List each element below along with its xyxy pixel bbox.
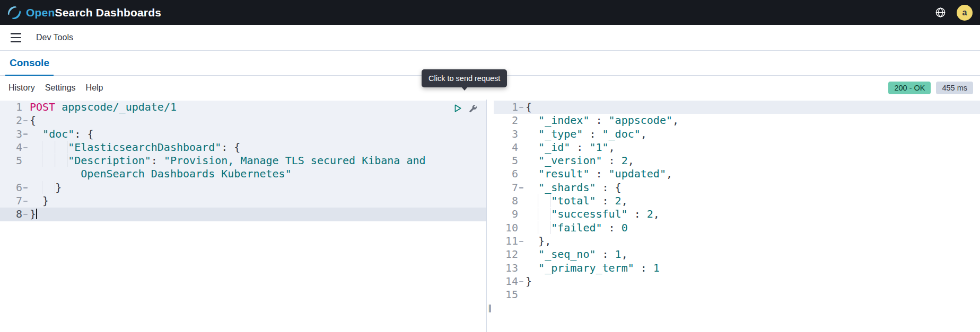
app-header: OpenSearch Dashboards a xyxy=(0,0,980,25)
menu-button[interactable] xyxy=(8,31,23,44)
code-line[interactable]: 1{ xyxy=(494,101,980,114)
code-line[interactable]: 6 } xyxy=(0,181,486,194)
code-line[interactable]: 2{ xyxy=(0,114,486,127)
header-actions: a xyxy=(934,5,973,21)
code-token: { xyxy=(87,128,93,140)
code-token: { xyxy=(30,114,36,127)
settings-menu-item[interactable]: Settings xyxy=(43,82,77,94)
code-token: 1 xyxy=(615,248,622,261)
code-token: : xyxy=(602,154,622,167)
code-token: "failed" xyxy=(551,221,602,234)
tab-console[interactable]: Console xyxy=(5,51,54,76)
response-badges: 200 - OK 455 ms xyxy=(888,82,973,94)
code-line[interactable]: 8} xyxy=(0,208,486,221)
code-line[interactable]: 15 xyxy=(494,288,980,301)
code-line[interactable]: 9 "successful" : 2, xyxy=(494,208,980,221)
header-globe-button[interactable] xyxy=(934,6,947,19)
code-token: , xyxy=(653,208,660,220)
code-token xyxy=(526,114,538,127)
code-token xyxy=(30,181,55,194)
response-pane[interactable]: 1{2 "_index" : "appscode",3 "_type" : "_… xyxy=(494,100,980,332)
line-number: 8 xyxy=(494,194,526,208)
line-number: 1 xyxy=(494,101,526,114)
line-number: 6 xyxy=(0,181,30,194)
code-line[interactable]: 4 "_id" : "1", xyxy=(494,141,980,154)
send-request-button[interactable] xyxy=(451,102,463,114)
code-line[interactable]: 13 "_primary_term" : 1 xyxy=(494,262,980,275)
code-line[interactable]: 8 "total" : 2, xyxy=(494,194,980,208)
fold-marker-icon[interactable] xyxy=(23,214,28,215)
code-line[interactable]: 7 "_shards" : { xyxy=(494,181,980,194)
code-token: "doc" xyxy=(42,128,74,140)
code-token: : xyxy=(596,181,615,194)
line-number: 2 xyxy=(0,114,30,127)
code-line[interactable]: 6 "result" : "updated", xyxy=(494,167,980,181)
request-actions xyxy=(451,102,479,114)
code-token: } xyxy=(42,194,49,207)
code-line[interactable]: 2 "_index" : "appscode", xyxy=(494,114,980,127)
code-token xyxy=(526,248,538,261)
code-token: "_id" xyxy=(538,141,570,154)
history-menu-item[interactable]: History xyxy=(7,82,37,94)
fold-marker-icon[interactable] xyxy=(23,187,28,188)
fold-marker-icon[interactable] xyxy=(23,133,28,134)
code-token xyxy=(30,141,68,154)
code-token xyxy=(526,262,538,274)
code-token: "successful" xyxy=(551,208,628,220)
line-number: 4 xyxy=(0,141,30,154)
fold-marker-icon[interactable] xyxy=(23,147,28,148)
code-token: OpenSearch Dashboards Kubernetes" xyxy=(81,167,291,180)
code-token: "updated" xyxy=(609,167,666,180)
request-editor[interactable]: 1POST appscode/_update/12{3 "doc": {4 "E… xyxy=(0,100,486,332)
response-code: 1{2 "_index" : "appscode",3 "_type" : "_… xyxy=(494,101,980,301)
line-number: 13 xyxy=(494,262,526,275)
help-menu-item[interactable]: Help xyxy=(84,82,105,94)
wrench-icon xyxy=(468,104,478,113)
code-line[interactable]: 10 "failed" : 0 xyxy=(494,221,980,235)
code-token: }, xyxy=(538,235,551,247)
code-line[interactable]: OpenSearch Dashboards Kubernetes" xyxy=(0,167,486,181)
line-number: 14 xyxy=(494,275,526,288)
code-token: : xyxy=(570,141,589,154)
fold-marker-icon[interactable] xyxy=(23,120,28,121)
code-line[interactable]: 4 "ElasticsearchDashboard": { xyxy=(0,141,486,154)
fold-marker-icon[interactable] xyxy=(519,107,523,108)
line-number: 12 xyxy=(494,248,526,261)
code-token xyxy=(30,154,68,167)
code-token: 2 xyxy=(647,208,653,220)
code-line[interactable]: 5 "Description": "Provision, Manage TLS … xyxy=(0,154,486,167)
line-number: 8 xyxy=(0,208,30,221)
opensearch-logo-icon xyxy=(7,6,21,20)
code-token xyxy=(526,167,538,180)
code-token: "_seq_no" xyxy=(538,248,596,261)
line-number: 3 xyxy=(0,128,30,141)
code-token: "_primary_term" xyxy=(538,262,634,274)
fold-marker-icon[interactable] xyxy=(23,201,28,202)
code-line[interactable]: 3 "doc": { xyxy=(0,128,486,141)
code-token: "_index" xyxy=(538,114,589,127)
request-options-button[interactable] xyxy=(467,102,479,114)
line-number: 5 xyxy=(0,154,30,167)
code-line[interactable]: 3 "_type" : "_doc", xyxy=(494,128,980,141)
code-token: } xyxy=(526,275,532,288)
fold-marker-icon[interactable] xyxy=(519,187,523,188)
pane-splitter[interactable]: ∥ xyxy=(486,100,494,332)
fold-marker-icon[interactable] xyxy=(519,281,523,282)
code-token: { xyxy=(615,181,622,194)
code-token xyxy=(526,221,551,234)
code-token xyxy=(526,154,538,167)
code-line[interactable]: 12 "_seq_no" : 1, xyxy=(494,248,980,261)
code-line[interactable]: 7 } xyxy=(0,194,486,208)
code-line[interactable]: 14} xyxy=(494,275,980,288)
code-line[interactable]: 5 "_version" : 2, xyxy=(494,154,980,167)
code-token: 1 xyxy=(653,262,660,274)
code-line[interactable]: 11 }, xyxy=(494,235,980,248)
app-logo[interactable]: OpenSearch Dashboards xyxy=(7,6,161,20)
fold-marker-icon[interactable] xyxy=(519,241,523,242)
avatar[interactable]: a xyxy=(957,5,973,21)
code-token xyxy=(30,128,42,140)
code-line[interactable]: 1POST appscode/_update/1 xyxy=(0,101,486,114)
code-token: , xyxy=(622,194,628,207)
line-number: 7 xyxy=(0,194,30,208)
breadcrumb: Dev Tools xyxy=(36,33,73,42)
